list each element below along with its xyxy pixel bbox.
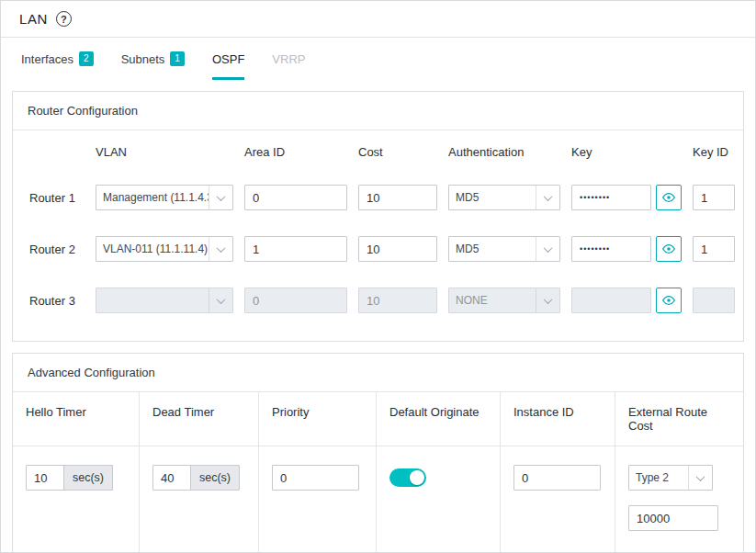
chevron-down-icon bbox=[536, 237, 559, 261]
column-header-area-id: Area ID bbox=[244, 145, 347, 159]
chevron-down-icon bbox=[688, 466, 712, 490]
router-configuration-grid: VLAN Area ID Cost Authentication Key Key… bbox=[13, 130, 743, 341]
tab-bar: Interfaces 2 Subnets 1 OSPF VRRP bbox=[1, 38, 755, 80]
router2-label: Router 2 bbox=[22, 243, 85, 256]
column-header-authentication: Authentication bbox=[448, 145, 560, 159]
page-title: LAN bbox=[19, 11, 48, 27]
help-icon[interactable]: ? bbox=[56, 11, 72, 27]
page-header: LAN ? bbox=[1, 1, 755, 38]
external-route-type-value: Type 2 bbox=[629, 466, 688, 490]
tab-interfaces-label: Interfaces bbox=[21, 52, 73, 66]
column-header-key-id: Key ID bbox=[693, 145, 735, 159]
default-originate-cell bbox=[377, 446, 501, 553]
tab-vrrp-label: VRRP bbox=[272, 52, 305, 66]
tab-vrrp[interactable]: VRRP bbox=[272, 38, 305, 80]
priority-input[interactable] bbox=[272, 465, 359, 491]
column-header-default-originate: Default Originate bbox=[377, 392, 501, 446]
router2-area-id-input[interactable] bbox=[244, 236, 347, 262]
column-header-dead-timer: Dead Timer bbox=[140, 392, 259, 446]
column-header-hello-timer: Hello Timer bbox=[13, 392, 140, 446]
eye-icon bbox=[661, 243, 676, 254]
column-header-priority: Priority bbox=[259, 392, 377, 446]
instance-id-input[interactable] bbox=[513, 465, 601, 491]
router3-authentication-value: NONE bbox=[449, 288, 536, 312]
subnets-count-badge: 1 bbox=[170, 51, 185, 66]
router2-vlan-value: VLAN-011 (11.1.11.4) bbox=[96, 237, 209, 261]
router3-key-id-input[interactable] bbox=[693, 288, 735, 313]
router3-cost-input[interactable] bbox=[358, 288, 437, 313]
chevron-down-icon bbox=[209, 288, 232, 312]
interfaces-count-badge: 2 bbox=[79, 51, 94, 66]
router1-key-id-input[interactable] bbox=[693, 185, 735, 210]
router2-vlan-select[interactable]: VLAN-011 (11.1.11.4) bbox=[96, 236, 233, 262]
router3-authentication-select[interactable]: NONE bbox=[448, 288, 560, 313]
router3-label: Router 3 bbox=[22, 294, 85, 308]
instance-id-cell bbox=[501, 446, 615, 553]
router3-vlan-value bbox=[96, 288, 209, 312]
column-header-vlan: VLAN bbox=[96, 145, 233, 159]
tab-interfaces[interactable]: Interfaces 2 bbox=[21, 38, 94, 80]
column-header-cost: Cost bbox=[358, 145, 437, 159]
router1-label: Router 1 bbox=[22, 191, 85, 205]
eye-icon bbox=[661, 295, 676, 306]
router1-authentication-select[interactable]: MD5 bbox=[448, 185, 560, 210]
router3-vlan-select[interactable] bbox=[96, 288, 233, 313]
hello-timer-input[interactable] bbox=[27, 466, 63, 490]
column-header-key: Key bbox=[571, 145, 682, 159]
router2-key-id-input[interactable] bbox=[693, 236, 735, 262]
hello-timer-unit: sec(s) bbox=[63, 466, 112, 490]
router1-area-id-input[interactable] bbox=[244, 185, 347, 210]
chevron-down-icon bbox=[209, 186, 232, 209]
dead-timer-unit: sec(s) bbox=[190, 466, 239, 490]
tab-subnets[interactable]: Subnets 1 bbox=[121, 38, 185, 80]
router2-authentication-value: MD5 bbox=[449, 237, 536, 261]
priority-cell bbox=[259, 446, 377, 553]
tab-ospf-label: OSPF bbox=[212, 52, 244, 66]
router1-vlan-select[interactable]: Management (11.1.4.3) bbox=[96, 185, 233, 210]
eye-icon bbox=[661, 192, 676, 203]
advanced-configuration-section: Advanced Configuration Hello Timer Dead … bbox=[12, 353, 744, 553]
router1-cost-input[interactable] bbox=[358, 185, 437, 210]
router-configuration-section: Router Configuration VLAN Area ID Cost A… bbox=[12, 91, 744, 342]
router2-key-input[interactable] bbox=[571, 236, 651, 262]
hello-timer-cell: sec(s) bbox=[13, 446, 140, 553]
tab-subnets-label: Subnets bbox=[121, 52, 165, 66]
router1-authentication-value: MD5 bbox=[449, 186, 536, 209]
router3-area-id-input[interactable] bbox=[244, 288, 347, 313]
column-header-external-route-cost: External Route Cost bbox=[615, 392, 743, 446]
router2-show-key-button[interactable] bbox=[656, 236, 682, 262]
column-header-instance-id: Instance ID bbox=[501, 392, 615, 446]
lan-config-panel: LAN ? Interfaces 2 Subnets 1 OSPF VRRP R… bbox=[0, 0, 756, 553]
router2-cost-input[interactable] bbox=[358, 236, 437, 262]
chevron-down-icon bbox=[536, 288, 559, 312]
router-configuration-title: Router Configuration bbox=[13, 92, 743, 130]
external-route-type-select[interactable]: Type 2 bbox=[628, 465, 713, 491]
tab-ospf[interactable]: OSPF bbox=[212, 38, 244, 80]
dead-timer-input[interactable] bbox=[153, 466, 190, 490]
advanced-configuration-title: Advanced Configuration bbox=[13, 354, 743, 392]
router1-show-key-button[interactable] bbox=[656, 185, 682, 210]
advanced-configuration-grid: Hello Timer Dead Timer Priority Default … bbox=[13, 392, 743, 553]
router2-authentication-select[interactable]: MD5 bbox=[448, 236, 560, 262]
external-route-cost-input[interactable] bbox=[628, 505, 718, 531]
router1-vlan-value: Management (11.1.4.3) bbox=[96, 186, 209, 209]
router3-show-key-button[interactable] bbox=[656, 288, 682, 313]
router3-key-input[interactable] bbox=[571, 288, 651, 313]
dead-timer-cell: sec(s) bbox=[140, 446, 259, 553]
default-originate-toggle[interactable] bbox=[389, 468, 426, 487]
external-route-cost-cell: Type 2 bbox=[615, 446, 743, 553]
router1-key-input[interactable] bbox=[571, 185, 651, 210]
chevron-down-icon bbox=[209, 237, 232, 261]
chevron-down-icon bbox=[536, 186, 559, 209]
